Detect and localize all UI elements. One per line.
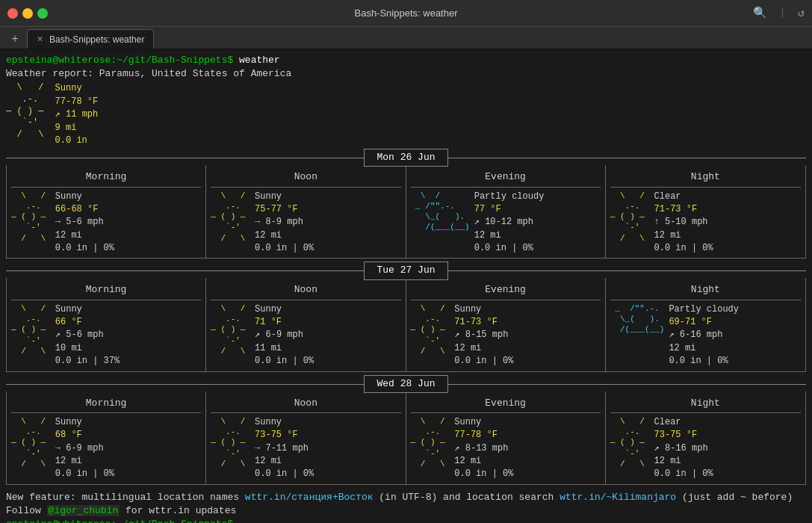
data-tue-noon: Sunny 71 °F ↗ 6-9 mph 11 mi 0.0 in | 0%: [255, 303, 314, 368]
col-header-tue-morning: Morning: [11, 281, 201, 300]
col-header-mon-evening: Evening: [411, 168, 601, 187]
icon-tue-evening: \ / .-. ― ( ) ― `-' / \: [411, 303, 450, 368]
icon-mon-evening: \ / _ /"".-. \_( ). /(___(__): [411, 191, 470, 256]
tab-close-icon[interactable]: ✕: [37, 34, 43, 44]
col-mon-morning: Morning \ / .-. ― ( ) ― `-' / \ Sunny 66…: [7, 165, 206, 258]
icon-wed-noon: \ / .-. ― ( ) ― `-' / \: [211, 416, 250, 481]
data-tue-morning: Sunny 66 °F ↗ 5-6 mph 10 mi 0.0 in | 37%: [55, 303, 120, 368]
current-weather: \ / .-. ― ( ) ― `-' / \ Sunny 77-78 °F ↗…: [6, 82, 806, 147]
day-label-wed: Wed 28 Jun: [364, 375, 447, 393]
weather-report-line: Weather report: Paramus, United States o…: [6, 67, 806, 81]
data-tue-night: Partly cloudy 69-71 °F ↗ 6-16 mph 12 mi …: [669, 303, 739, 368]
search-icon[interactable]: 🔍: [753, 6, 767, 20]
day-header-row-mon: Mon 26 Jun: [6, 150, 806, 165]
traffic-lights[interactable]: ✕ − +: [7, 8, 48, 19]
tab-label: Bash-Snippets: weather: [49, 34, 144, 45]
cmd-1: weather: [233, 55, 279, 66]
weather-body-wed-evening: \ / .-. ― ( ) ― `-' / \ Sunny 77-78 °F ↗…: [411, 416, 601, 481]
day-label-mon: Mon 26 Jun: [364, 149, 447, 167]
col-mon-noon: Noon \ / .-. ― ( ) ― `-' / \ Sunny 75-77…: [206, 165, 406, 258]
titlebar-icons: 🔍 | ↺: [753, 6, 805, 20]
col-wed-evening: Evening \ / .-. ― ( ) ― `-' / \ Sunny 77…: [406, 392, 606, 484]
col-tue-evening: Evening \ / .-. ― ( ) ― `-' / \ Sunny 71…: [406, 278, 606, 371]
col-tue-night: Night _ /"".-. \_( ). /(___(__) Partly c…: [606, 278, 805, 371]
col-wed-morning: Morning \ / .-. ― ( ) ― `-' / \ Sunny 68…: [7, 392, 206, 484]
link-station[interactable]: wttr.in/станция+Восток: [245, 492, 374, 503]
day-section-tue: Tue 27 Jun Morning \ / .-. ― ( ) ― `-' /…: [6, 263, 806, 371]
current-wind: ↗ 11 mph: [55, 108, 99, 121]
window-title: Bash-Snippets: weather: [354, 7, 457, 19]
weather-body-mon-night: \ / .-. ― ( ) ― `-' / \ Clear 71-73 °F ↑…: [610, 191, 801, 256]
data-tue-evening: Sunny 71-73 °F ↗ 8-15 mph 12 mi 0.0 in |…: [454, 303, 513, 368]
col-header-wed-night: Night: [610, 394, 801, 413]
icon-mon-night: \ / .-. ― ( ) ― `-' / \: [610, 191, 650, 256]
icon-wed-morning: \ / .-. ― ( ) ― `-' / \: [11, 416, 51, 481]
follow-line: Follow @igor_chubin for wttr.in updates: [6, 504, 806, 518]
tabbar: + ✕ Bash-Snippets: weather: [0, 27, 812, 49]
icon-tue-night: _ /"".-. \_( ). /(___(__): [610, 303, 665, 368]
close-button[interactable]: ✕: [7, 8, 18, 19]
weather-body-wed-morning: \ / .-. ― ( ) ― `-' / \ Sunny 68 °F → 6-…: [11, 416, 201, 481]
history-icon[interactable]: ↺: [798, 6, 805, 20]
data-wed-evening: Sunny 77-78 °F ↗ 8-13 mph 12 mi 0.0 in |…: [454, 416, 513, 481]
terminal-body: epsteina@whiterose:~/git/Bash-Snippets$ …: [0, 49, 812, 523]
weather-body-wed-noon: \ / .-. ― ( ) ― `-' / \ Sunny 73-75 °F →…: [211, 416, 400, 481]
weather-body-tue-noon: \ / .-. ― ( ) ― `-' / \ Sunny 71 °F ↗ 6-…: [211, 303, 400, 368]
col-header-tue-night: Night: [610, 281, 801, 300]
data-wed-morning: Sunny 68 °F → 6-9 mph 12 mi 0.0 in | 0%: [55, 416, 114, 481]
col-header-mon-morning: Morning: [11, 168, 201, 187]
icon-mon-morning: \ / .-. ― ( ) ― `-' / \: [11, 191, 51, 256]
current-data: Sunny 77-78 °F ↗ 11 mph 9 mi 0.0 in: [55, 82, 99, 147]
current-icon: \ / .-. ― ( ) ― `-' / \: [6, 82, 49, 147]
icon-tue-noon: \ / .-. ― ( ) ― `-' / \: [211, 303, 250, 368]
new-feature-line: New feature: multilingual location names…: [6, 491, 806, 504]
prompt-1: epsteina@whiterose:~/git/Bash-Snippets$: [6, 55, 233, 66]
data-mon-night: Clear 71-73 °F ↑ 5-10 mph 12 mi 0.0 in |…: [654, 191, 713, 256]
col-header-wed-morning: Morning: [11, 394, 201, 413]
weather-body-mon-evening: \ / _ /"".-. \_( ). /(___(__) Partly clo…: [411, 191, 601, 256]
twitter-handle[interactable]: @igor_chubin: [47, 505, 120, 516]
col-header-mon-night: Night: [610, 168, 801, 187]
new-feature-prefix: New feature: multilingual location names: [6, 492, 245, 503]
weather-report-text: Weather report: Paramus, United States o…: [6, 68, 291, 79]
follow-suffix: for wttr.in updates: [120, 505, 236, 516]
weather-body-mon-morning: \ / .-. ― ( ) ― `-' / \ Sunny 66-68 °F →…: [11, 191, 201, 256]
final-prompt-line: epsteina@whiterose:~/git/Bash-Snippets$: [6, 518, 806, 523]
link-kilimanjaro[interactable]: wttr.in/~Kilimanjaro: [560, 492, 676, 503]
col-header-mon-noon: Noon: [211, 168, 400, 187]
data-mon-morning: Sunny 66-68 °F → 5-6 mph 12 mi 0.0 in | …: [55, 191, 114, 256]
col-wed-noon: Noon \ / .-. ― ( ) ― `-' / \ Sunny 73-75…: [206, 392, 406, 484]
col-tue-morning: Morning \ / .-. ― ( ) ― `-' / \ Sunny 66…: [7, 278, 206, 371]
new-tab-button[interactable]: +: [6, 31, 24, 49]
icon-wed-evening: \ / .-. ― ( ) ― `-' / \: [411, 416, 450, 481]
col-tue-noon: Noon \ / .-. ― ( ) ― `-' / \ Sunny 71 °F…: [206, 278, 406, 371]
tab-bash-snippets[interactable]: ✕ Bash-Snippets: weather: [27, 29, 154, 49]
data-wed-night: Clear 73-75 °F ↗ 8-16 mph 12 mi 0.0 in |…: [654, 416, 713, 481]
maximize-button[interactable]: +: [37, 8, 48, 19]
weather-grid-wed: Morning \ / .-. ― ( ) ― `-' / \ Sunny 68…: [6, 392, 806, 485]
bottom-section: New feature: multilingual location names…: [6, 491, 806, 523]
day-section-mon: Mon 26 Jun Morning \ / .-. ― ( ) ― `-' /…: [6, 150, 806, 259]
current-desc: Sunny: [55, 82, 99, 95]
weather-body-tue-night: _ /"".-. \_( ). /(___(__) Partly cloudy …: [610, 303, 801, 368]
weather-body-tue-evening: \ / .-. ― ( ) ― `-' / \ Sunny 71-73 °F ↗…: [411, 303, 601, 368]
titlebar: ✕ − + Bash-Snippets: weather 🔍 | ↺: [0, 0, 812, 27]
icon-tue-morning: \ / .-. ― ( ) ― `-' / \: [11, 303, 51, 368]
col-wed-night: Night \ / .-. ― ( ) ― `-' / \ Clear 73-7…: [606, 392, 805, 484]
weather-body-tue-morning: \ / .-. ― ( ) ― `-' / \ Sunny 66 °F ↗ 5-…: [11, 303, 201, 368]
icon-wed-night: \ / .-. ― ( ) ― `-' / \: [610, 416, 650, 481]
weather-grid-mon: Morning \ / .-. ― ( ) ― `-' / \ Sunny 66…: [6, 165, 806, 259]
col-header-wed-noon: Noon: [211, 394, 400, 413]
day-section-wed: Wed 28 Jun Morning \ / .-. ― ( ) ― `-' /…: [6, 377, 806, 485]
data-mon-noon: Sunny 75-77 °F → 8-9 mph 12 mi 0.0 in | …: [255, 191, 314, 256]
day-header-row-tue: Tue 27 Jun: [6, 263, 806, 278]
day-label-tue: Tue 27 Jun: [364, 262, 447, 279]
data-mon-evening: Partly cloudy 77 °F ↗ 10-12 mph 12 mi 0.…: [474, 191, 545, 256]
minimize-button[interactable]: −: [22, 8, 33, 19]
col-header-wed-evening: Evening: [411, 394, 601, 413]
data-wed-noon: Sunny 73-75 °F → 7-11 mph 12 mi 0.0 in |…: [255, 416, 314, 481]
day-header-row-wed: Wed 28 Jun: [6, 377, 806, 392]
weather-body-wed-night: \ / .-. ― ( ) ― `-' / \ Clear 73-75 °F ↗…: [610, 416, 801, 481]
weather-grid-tue: Morning \ / .-. ― ( ) ― `-' / \ Sunny 66…: [6, 278, 806, 371]
divider-icon: |: [779, 7, 786, 19]
